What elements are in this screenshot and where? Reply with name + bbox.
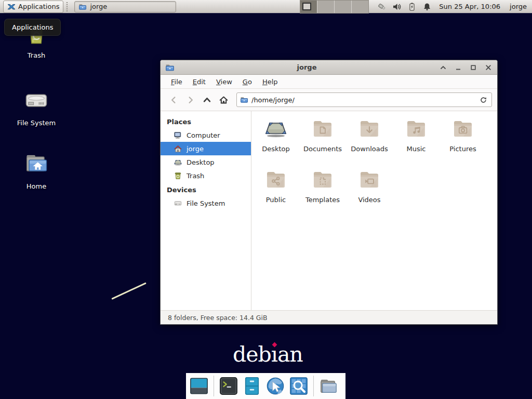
stray-line-artifact xyxy=(111,282,146,300)
file-item-label: Documents xyxy=(303,145,342,153)
sidebar-item-trash[interactable]: Trash xyxy=(161,169,251,182)
terminal-icon xyxy=(219,376,238,396)
file-manager-window: jorge FileEditViewGoHelp xyxy=(160,60,498,325)
tray-notifications[interactable] xyxy=(422,2,432,11)
battery-icon xyxy=(407,2,417,11)
desktop-icon-label: Trash xyxy=(28,51,45,59)
xfce-logo-icon xyxy=(7,3,16,11)
home-button[interactable] xyxy=(216,92,231,107)
window-titlebar[interactable]: jorge xyxy=(161,60,497,75)
desktop-icon-home[interactable]: Home xyxy=(9,151,63,190)
dock-folder-button[interactable] xyxy=(318,376,338,396)
clock[interactable]: Sun 25 Apr, 10:06 xyxy=(439,3,500,10)
sidebar-header: Places xyxy=(161,114,251,128)
folder-public-icon xyxy=(263,167,288,192)
minimize-button[interactable] xyxy=(454,63,462,72)
dock-separator xyxy=(313,376,314,396)
applications-tooltip: Applications xyxy=(4,19,61,36)
status-text: 8 folders, Free space: 14.4 GiB xyxy=(168,314,268,322)
file-item-label: Videos xyxy=(358,196,380,204)
menu-file[interactable]: File xyxy=(166,76,188,88)
reload-icon xyxy=(480,96,487,104)
menu-help[interactable]: Help xyxy=(257,76,283,88)
desktop-icon xyxy=(263,116,288,141)
back-button[interactable] xyxy=(166,92,181,107)
workspace-2[interactable] xyxy=(317,1,335,13)
file-item-desktop[interactable]: Desktop xyxy=(252,116,299,165)
forward-button[interactable] xyxy=(182,92,198,107)
file-item-label: Pictures xyxy=(449,145,476,153)
tray-battery[interactable] xyxy=(407,2,417,11)
window-title: jorge xyxy=(179,63,435,71)
desktop-icon xyxy=(174,158,182,167)
workspace-4[interactable] xyxy=(352,1,368,13)
reload-button[interactable] xyxy=(478,95,488,105)
dock-app-finder-button[interactable] xyxy=(289,376,309,396)
desktop-icon-file-system[interactable]: File System xyxy=(9,87,63,127)
menu-view[interactable]: View xyxy=(211,76,237,88)
dock-terminal-button[interactable] xyxy=(219,376,238,396)
dock-show-desktop-button[interactable] xyxy=(189,376,209,396)
dock-file-manager-button[interactable] xyxy=(242,376,262,396)
applications-button-label: Applications xyxy=(18,3,59,10)
menu-edit[interactable]: Edit xyxy=(188,76,211,88)
back-icon xyxy=(169,96,178,104)
path-folder-icon xyxy=(240,96,248,104)
path-input[interactable] xyxy=(251,96,475,104)
file-item-documents[interactable]: Documents xyxy=(299,116,346,165)
shade-icon xyxy=(440,64,447,71)
sidebar-item-computer[interactable]: Computer xyxy=(161,128,251,142)
folder-videos-icon xyxy=(357,167,382,192)
shade-button[interactable] xyxy=(439,63,447,72)
sidebar-item-desktop[interactable]: Desktop xyxy=(161,155,251,169)
file-item-downloads[interactable]: Downloads xyxy=(346,116,393,165)
applications-button[interactable]: Applications xyxy=(3,1,63,13)
file-item-public[interactable]: Public xyxy=(252,167,299,216)
file-item-templates[interactable]: Templates xyxy=(299,167,346,216)
sidebar-item-file-system[interactable]: File System xyxy=(161,196,251,210)
sidebar-header: Devices xyxy=(161,182,251,196)
top-panel: Applications jorge Sun 25 Apr, 10:06 jor… xyxy=(0,0,532,14)
folder-templates-icon xyxy=(310,167,335,192)
status-bar: 8 folders, Free space: 14.4 GiB xyxy=(161,310,497,324)
window-controls xyxy=(439,63,493,72)
workspace-3[interactable] xyxy=(335,1,352,13)
folder-icon xyxy=(318,376,338,396)
file-item-music[interactable]: Music xyxy=(393,116,440,165)
file-item-label: Music xyxy=(407,145,426,153)
panel-handle[interactable] xyxy=(66,2,71,11)
tray-removable-media[interactable] xyxy=(377,2,387,11)
maximize-button[interactable] xyxy=(469,63,477,72)
system-tray xyxy=(377,2,432,11)
debian-logo: debıan xyxy=(233,342,303,367)
file-icon-view[interactable]: DesktopDocumentsDownloadsMusicPicturesPu… xyxy=(251,111,497,310)
home-folder-icon xyxy=(23,151,50,178)
minimize-icon xyxy=(455,64,462,71)
close-icon xyxy=(485,64,492,71)
close-button[interactable] xyxy=(484,63,493,72)
file-manager-icon xyxy=(242,376,262,396)
file-item-label: Templates xyxy=(305,196,340,204)
file-item-pictures[interactable]: Pictures xyxy=(440,116,486,165)
menu-bar: FileEditViewGoHelp xyxy=(161,75,497,89)
file-item-label: Desktop xyxy=(262,145,290,153)
file-item-videos[interactable]: Videos xyxy=(346,167,393,216)
dock-web-browser-button[interactable] xyxy=(265,376,285,396)
sidebar-item-label: File System xyxy=(187,200,225,207)
workspace-window-preview xyxy=(302,3,311,10)
tray-volume[interactable] xyxy=(392,2,402,11)
workspace-1[interactable] xyxy=(300,1,317,13)
debian-red-dot xyxy=(272,342,277,348)
sidebar-item-label: Desktop xyxy=(187,158,215,166)
menu-go[interactable]: Go xyxy=(237,76,257,88)
drive-icon xyxy=(174,199,182,208)
sidebar: PlacesComputerjorgeDesktopTrashDevicesFi… xyxy=(161,111,251,310)
taskbar-window-button[interactable]: jorge xyxy=(74,1,176,12)
sidebar-item-jorge[interactable]: jorge xyxy=(161,142,251,155)
up-button[interactable] xyxy=(199,92,215,107)
folder-music-icon xyxy=(404,116,429,141)
up-icon xyxy=(203,96,211,104)
computer-icon xyxy=(174,131,182,140)
workspace-switcher[interactable] xyxy=(300,0,369,14)
app-finder-icon xyxy=(289,376,309,396)
